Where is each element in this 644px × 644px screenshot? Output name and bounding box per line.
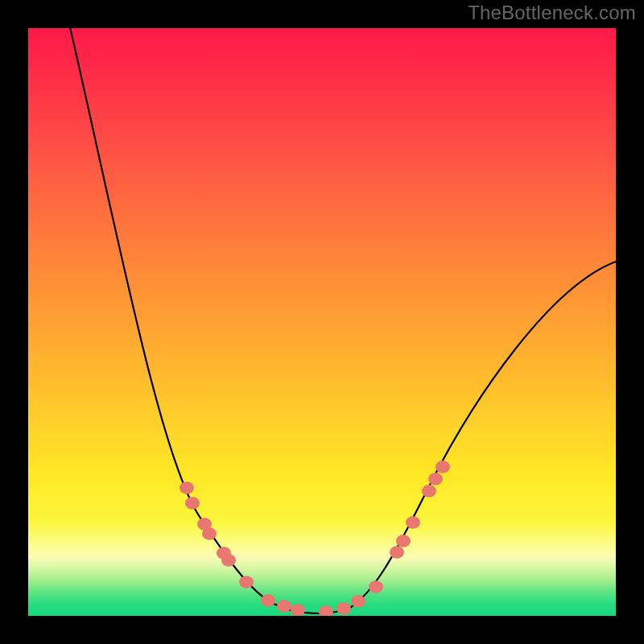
dots-left-dot-6 <box>239 576 254 588</box>
dots-left-dot-9 <box>291 604 305 616</box>
watermark-label: TheBottleneck.com <box>468 2 636 24</box>
dots-right-dot-1 <box>336 602 351 614</box>
dots-left-dot-8 <box>277 600 291 612</box>
dots-right-dot-2 <box>351 595 365 607</box>
dots-right-dot-5 <box>396 535 411 547</box>
dots-right-dot-7 <box>422 485 436 497</box>
dots-left-dot-3 <box>202 527 217 539</box>
dots-left-dot-7 <box>261 594 275 606</box>
dots-right-dot-9 <box>436 460 450 473</box>
dots-right-dot-0 <box>319 605 333 616</box>
curve-layer <box>28 28 616 616</box>
bottleneck-curve <box>68 28 616 613</box>
dots-right-dot-4 <box>390 546 404 558</box>
dots-right-dot-6 <box>406 516 420 528</box>
dots-left-dot-0 <box>180 481 194 493</box>
dots-right-dot-8 <box>428 473 443 485</box>
chart-container: TheBottleneck.com <box>0 0 644 644</box>
dots-left-group <box>180 481 305 616</box>
dots-left-dot-1 <box>185 497 200 509</box>
dots-right-dot-3 <box>369 580 383 592</box>
dots-left-dot-5 <box>221 554 236 566</box>
